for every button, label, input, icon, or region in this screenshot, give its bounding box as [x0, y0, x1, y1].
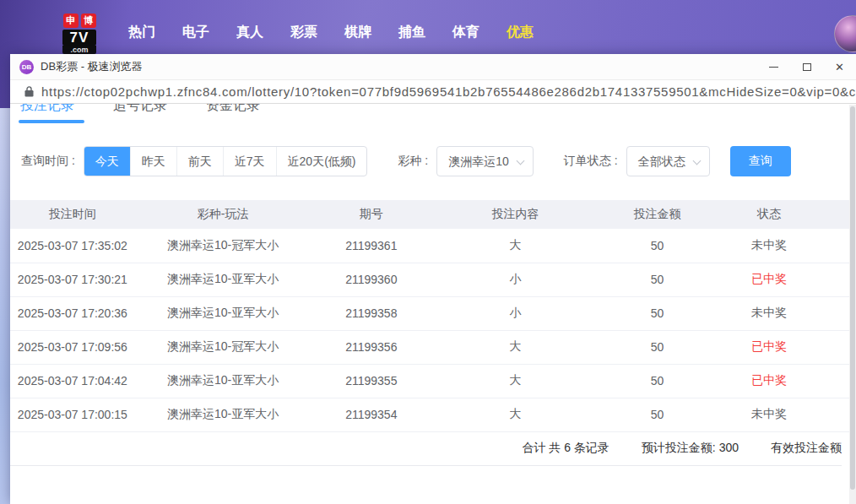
db-favicon-icon: DB — [19, 60, 34, 74]
cell-status: 已中奖 — [715, 263, 822, 296]
col-game-play: 彩种-玩法 — [135, 200, 312, 229]
order-status-select[interactable]: 全部状态 — [626, 146, 710, 176]
close-button[interactable]: ✕ — [823, 54, 856, 79]
window-titlebar: DB DB彩票 - 极速浏览器 ✕ — [10, 54, 856, 80]
maximize-button[interactable] — [790, 54, 823, 79]
summary-expected-amount: 预计投注金额: 300 — [642, 441, 739, 456]
time-option-yesterday[interactable]: 昨天 — [130, 147, 176, 176]
cell-bet-time: 2025-03-07 17:20:36 — [10, 296, 135, 330]
cell-bet-amount: 50 — [599, 296, 716, 330]
cell-issue: 21199356 — [312, 330, 432, 364]
cell-bet-time: 2025-03-07 17:35:02 — [10, 229, 135, 263]
table-row: 2025-03-07 17:20:36 澳洲幸运10-亚军大小 21199358… — [10, 296, 856, 330]
nav-item-hot[interactable]: 热门 — [128, 24, 155, 41]
lottery-type-select[interactable]: 澳洲幸运10 — [436, 146, 534, 176]
summary-valid-amount: 有效投注金额 — [771, 441, 842, 456]
cell-bet-time: 2025-03-07 17:09:56 — [10, 330, 135, 364]
nav-item-promo[interactable]: 优惠 — [507, 24, 534, 41]
tab-fund-records[interactable]: 资金记录 — [206, 104, 260, 116]
logo-com-text: .com — [62, 46, 96, 54]
time-option-7days[interactable]: 近7天 — [223, 147, 276, 176]
vertical-scrollbar[interactable] — [849, 105, 856, 504]
cell-issue: 21199358 — [312, 296, 432, 330]
browser-window: DB DB彩票 - 极速浏览器 ✕ https://ctop02pchwp1.z… — [10, 54, 856, 504]
window-controls: ✕ — [757, 54, 856, 79]
cell-bet-content: 小 — [431, 263, 599, 296]
time-option-today[interactable]: 今天 — [84, 147, 130, 176]
nav-item-fishing[interactable]: 捕鱼 — [398, 24, 425, 41]
col-bet-time: 投注时间 — [10, 200, 135, 229]
cell-status: 已中奖 — [715, 364, 822, 398]
logo-7v-text: 7V — [62, 30, 96, 46]
cell-status: 未中奖 — [715, 296, 822, 330]
cell-game-play: 澳洲幸运10-亚军大小 — [135, 364, 312, 398]
cell-bet-time: 2025-03-07 17:04:42 — [10, 364, 135, 398]
lottery-type-value: 澳洲幸运10 — [448, 154, 509, 168]
minimize-button[interactable] — [757, 54, 790, 79]
table-summary: 合计 共 6 条记录 预计投注金额: 300 有效投注金额 — [10, 432, 842, 466]
window-title: DB彩票 - 极速浏览器 — [41, 59, 143, 74]
bet-records-table: 投注时间 彩种-玩法 期号 投注内容 投注金额 状态 中奖金额 2025-03-… — [10, 200, 856, 432]
cell-game-play: 澳洲幸运10-亚军大小 — [135, 296, 312, 330]
cell-game-play: 澳洲幸运10-冠军大小 — [135, 330, 312, 364]
filter-bar: 查询时间 : 今天 昨天 前天 近7天 近20天(低频) 彩种 : 澳洲幸运10… — [10, 146, 856, 176]
cell-issue: 21199360 — [312, 263, 432, 296]
active-tab-underline — [19, 120, 84, 123]
nav-item-slots[interactable]: 电子 — [182, 24, 209, 41]
cell-game-play: 澳洲幸运10-亚军大小 — [135, 263, 312, 296]
close-icon: ✕ — [835, 62, 844, 73]
lottery-records-page: 投注记录 追号记录 资金记录 查询时间 : 今天 昨天 前天 近7天 近20天(… — [10, 104, 856, 503]
cell-bet-content: 大 — [431, 330, 599, 364]
cell-bet-content: 大 — [431, 398, 599, 431]
table-row: 2025-03-07 17:35:02 澳洲幸运10-冠军大小 21199361… — [10, 229, 856, 263]
cell-status: 未中奖 — [715, 229, 822, 263]
site-nav-menu: 热门 电子 真人 彩票 棋牌 捕鱼 体育 优惠 — [128, 24, 534, 41]
nav-item-chess[interactable]: 棋牌 — [344, 24, 371, 41]
logo-badge-bo: 博 — [81, 14, 96, 28]
time-option-20days[interactable]: 近20天(低频) — [276, 147, 367, 176]
col-bet-content: 投注内容 — [431, 200, 599, 229]
address-bar[interactable]: https://ctop02pchwp1.zfnc84.com/lottery/… — [10, 80, 856, 104]
nav-item-lottery[interactable]: 彩票 — [290, 24, 317, 41]
tab-bet-records[interactable]: 投注记录 — [20, 104, 74, 116]
cell-bet-content: 大 — [431, 364, 599, 398]
cell-bet-content: 大 — [431, 229, 599, 263]
cell-bet-time: 2025-03-07 17:00:15 — [10, 398, 135, 431]
chevron-down-icon — [692, 157, 701, 165]
minimize-icon — [769, 67, 778, 68]
cell-game-play: 澳洲幸运10-冠军大小 — [135, 229, 312, 263]
cell-status: 已中奖 — [715, 330, 822, 364]
cell-bet-amount: 50 — [599, 263, 716, 296]
url-text[interactable]: https://ctop02pchwp1.zfnc84.com/lottery/… — [41, 84, 856, 99]
cell-bet-time: 2025-03-07 17:30:21 — [10, 263, 135, 296]
chevron-down-icon — [516, 157, 524, 165]
lock-icon — [24, 86, 34, 97]
nav-item-sports[interactable]: 体育 — [452, 24, 479, 41]
site-logo[interactable]: 申 博 7V .com — [62, 14, 96, 54]
table-row: 2025-03-07 17:30:21 澳洲幸运10-亚军大小 21199360… — [10, 263, 856, 296]
time-option-day-before[interactable]: 前天 — [176, 147, 223, 176]
cell-issue: 21199355 — [312, 364, 432, 398]
tab-chase-records[interactable]: 追号记录 — [113, 104, 167, 116]
col-bet-amount: 投注金额 — [599, 200, 716, 229]
cell-status: 未中奖 — [715, 398, 822, 431]
cell-bet-content: 小 — [431, 296, 599, 330]
record-tabs: 投注记录 追号记录 资金记录 — [10, 104, 856, 124]
cell-bet-amount: 50 — [599, 364, 716, 398]
time-range-group: 今天 昨天 前天 近7天 近20天(低频) — [84, 146, 368, 176]
nav-item-live[interactable]: 真人 — [236, 24, 263, 41]
order-status-value: 全部状态 — [638, 154, 685, 168]
search-button[interactable]: 查询 — [730, 146, 791, 176]
cell-bet-amount: 50 — [599, 229, 716, 263]
scrollbar-thumb[interactable] — [850, 106, 855, 490]
table-row: 2025-03-07 17:00:15 澳洲幸运10-亚军大小 21199354… — [10, 398, 856, 431]
cell-issue: 21199361 — [312, 229, 432, 263]
logo-badge-shen: 申 — [63, 14, 79, 28]
query-time-label: 查询时间 : — [21, 154, 75, 169]
maximize-icon — [803, 63, 811, 71]
cell-bet-amount: 50 — [599, 330, 716, 364]
cell-issue: 21199354 — [312, 398, 432, 431]
table-row: 2025-03-07 17:04:42 澳洲幸运10-亚军大小 21199355… — [10, 364, 856, 398]
lottery-type-label: 彩种 : — [398, 154, 428, 169]
cell-game-play: 澳洲幸运10-亚军大小 — [135, 398, 312, 431]
